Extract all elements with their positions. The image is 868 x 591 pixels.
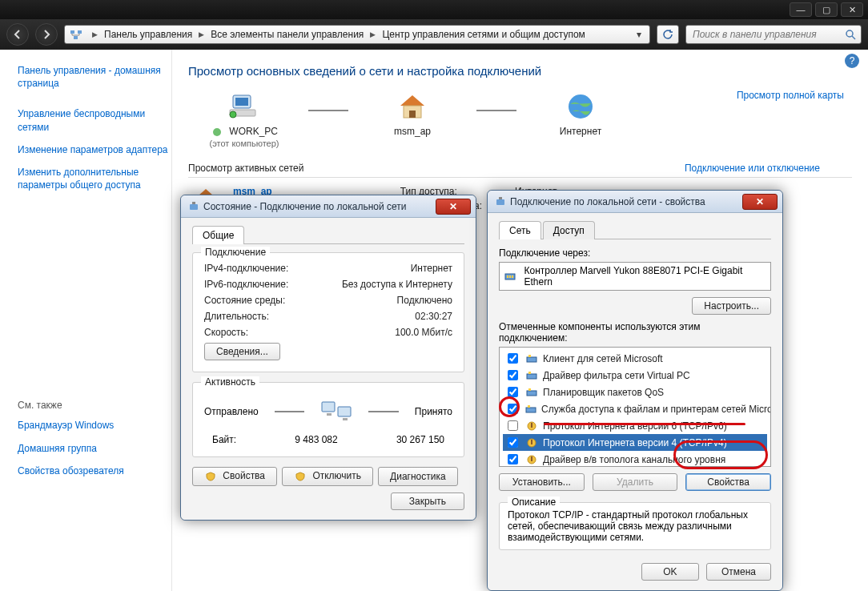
dialog-close-button[interactable]: ✕ [742, 194, 778, 210]
minimize-button[interactable]: — [790, 2, 812, 17]
component-label: Клиент для сетей Microsoft [543, 353, 663, 364]
connect-disconnect-link[interactable]: Подключение или отключение [685, 163, 820, 174]
component-checkbox[interactable] [508, 387, 518, 397]
item-properties-button[interactable]: Свойства [685, 473, 771, 491]
component-checkbox[interactable] [508, 454, 518, 464]
svg-rect-1 [78, 30, 82, 34]
chevron-right-icon: ▶ [368, 30, 377, 38]
breadcrumb-item[interactable]: Все элементы панели управления [211, 29, 364, 40]
sidebar-home-link[interactable]: Панель управления - домашняя страница [18, 64, 171, 90]
breadcrumb-item[interactable]: Панель управления [104, 29, 192, 40]
network-icon [211, 126, 223, 139]
sidebar-link-adapter-settings[interactable]: Изменение параметров адаптера [18, 143, 171, 156]
component-item[interactable]: Драйвер фильтра сети Virtual PC [503, 367, 767, 384]
breadcrumb-item[interactable]: Центр управления сетями и общим доступом [382, 29, 585, 40]
navigation-bar: ▶ Панель управления ▶ Все элементы панел… [0, 19, 868, 50]
diagnostics-button[interactable]: Диагностика [378, 467, 458, 486]
svg-point-9 [213, 128, 221, 136]
close-button[interactable]: ✕ [841, 2, 863, 17]
component-item[interactable]: Клиент для сетей Microsoft [503, 350, 767, 367]
svg-rect-21 [327, 413, 332, 416]
sidebar-link-homegroup[interactable]: Домашняя группа [18, 442, 171, 455]
search-icon[interactable] [845, 29, 856, 40]
view-full-map-link[interactable]: Просмотр полной карты [737, 90, 844, 101]
svg-rect-2 [74, 36, 78, 39]
configure-button[interactable]: Настроить... [692, 297, 771, 315]
sidebar-link-sharing-settings[interactable]: Изменить дополнительные параметры общего… [18, 166, 171, 191]
component-item[interactable]: Служба доступа к файлам и принтерам сете… [503, 400, 767, 417]
arrow-line [368, 411, 399, 412]
cancel-button[interactable]: Отмена [706, 563, 771, 581]
close-button[interactable]: Закрыть [391, 492, 464, 510]
connect-using-label: Подключение через: [499, 247, 771, 259]
svg-rect-35 [526, 408, 536, 412]
node-access-point[interactable]: msm_ap [356, 90, 468, 137]
adapter-icon [494, 195, 507, 208]
tab-general[interactable]: Общие [192, 226, 244, 244]
component-checkbox[interactable] [508, 370, 518, 380]
help-icon[interactable]: ? [844, 53, 860, 69]
svg-rect-22 [343, 418, 348, 420]
svg-rect-28 [512, 275, 513, 278]
svg-rect-24 [499, 197, 502, 199]
search-input[interactable] [691, 28, 845, 41]
sidebar-link-wireless[interactable]: Управление беспроводными сетями [18, 107, 171, 133]
svg-line-4 [852, 36, 855, 39]
component-checkbox[interactable] [508, 353, 518, 364]
group-activity: Активность [201, 376, 259, 388]
forward-button[interactable] [35, 23, 58, 46]
install-button[interactable]: Установить... [499, 473, 585, 491]
dialog-close-button[interactable]: ✕ [436, 199, 471, 215]
adapter-icon [187, 200, 200, 213]
tab-network[interactable]: Сеть [499, 221, 541, 239]
address-bar[interactable]: ▶ Панель управления ▶ Все элементы панел… [64, 25, 650, 44]
svg-rect-0 [70, 30, 74, 34]
svg-rect-29 [527, 357, 536, 362]
speed-value: 100.0 Мбит/с [395, 327, 452, 338]
sidebar-link-firewall[interactable]: Брандмауэр Windows [18, 419, 171, 432]
dialog-title: Состояние - Подключение по локальной сет… [203, 201, 407, 212]
disable-button[interactable]: Отключить [282, 467, 373, 486]
back-button[interactable] [6, 23, 29, 46]
svg-rect-42 [531, 456, 532, 461]
component-label: Служба доступа к файлам и принтерам сете… [541, 404, 771, 415]
connector-line [476, 110, 516, 111]
component-item[interactable]: Планировщик пакетов QoS [503, 384, 767, 400]
arrow-line [275, 411, 305, 412]
node-internet[interactable]: Интернет [524, 90, 637, 137]
component-label: Драйвер в/в тополога канального уровня [543, 454, 725, 465]
refresh-button[interactable] [657, 25, 679, 44]
adapter-name: Контроллер Marvell Yukon 88E8071 PCI-E G… [524, 265, 766, 287]
components-list[interactable]: Клиент для сетей MicrosoftДрайвер фильтр… [499, 347, 771, 467]
component-checkbox[interactable] [508, 404, 518, 414]
component-checkbox[interactable] [508, 437, 518, 448]
component-item[interactable]: Драйвер в/в тополога канального уровня [503, 451, 767, 467]
svg-rect-6 [235, 98, 248, 106]
svg-rect-30 [528, 355, 531, 357]
component-item[interactable]: Протокол Интернета версии 4 (TCP/IPv4) [503, 434, 767, 451]
properties-button[interactable]: Свойства [192, 467, 277, 486]
computers-icon [320, 399, 352, 424]
remove-button: Удалить [593, 473, 678, 491]
service-icon [525, 386, 538, 399]
ipv4-value: Интернет [411, 263, 452, 274]
tab-sharing[interactable]: Доступ [543, 221, 595, 239]
house-icon [393, 90, 432, 123]
nic-icon [504, 270, 516, 283]
service-icon [525, 352, 538, 365]
ok-button[interactable]: OK [641, 563, 698, 581]
page-title: Просмотр основных сведений о сети и наст… [188, 64, 852, 78]
address-dropdown-icon[interactable]: ▾ [633, 29, 645, 40]
globe-icon [561, 90, 600, 123]
details-button[interactable]: Сведения... [204, 343, 280, 360]
connector-line [308, 110, 348, 111]
svg-rect-20 [338, 407, 351, 416]
shield-icon [294, 470, 307, 483]
component-item[interactable]: Протокол Интернета версии 6 (TCP/IPv6) [503, 417, 767, 434]
search-box[interactable] [685, 25, 862, 44]
dialog-title: Подключение по локальной сети - свойства [510, 196, 705, 207]
maximize-button[interactable]: ▢ [815, 2, 838, 17]
component-checkbox[interactable] [508, 420, 518, 431]
node-this-pc[interactable]: WORK_PC (этот компьютер) [188, 90, 300, 148]
sidebar-link-internet-options[interactable]: Свойства обозревателя [18, 464, 171, 477]
